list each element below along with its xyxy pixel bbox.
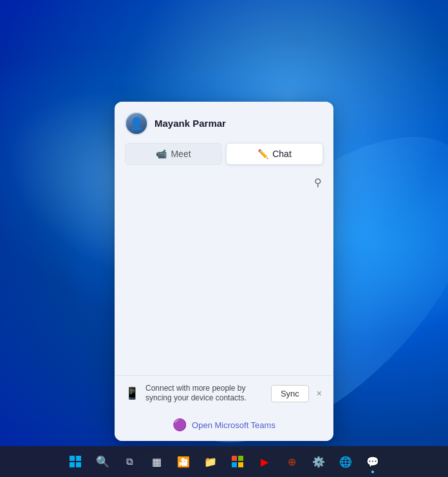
office-icon: ⊕ xyxy=(288,456,296,468)
folder-icon: 📁 xyxy=(204,456,217,468)
file-explorer-button[interactable]: 📁 xyxy=(198,449,223,474)
svg-rect-0 xyxy=(70,456,75,461)
taskbar: 🔍 ⧉ ▦ 🎦 📁 ▶ xyxy=(0,446,448,477)
svg-rect-1 xyxy=(76,456,81,461)
toggle-bar: 📹 Meet ✏️ Chat xyxy=(115,143,333,173)
network-button[interactable]: 🌐 xyxy=(333,449,359,474)
video-icon: 📹 xyxy=(156,149,167,159)
chat-panel: Mayank Parmar 📹 Meet ✏️ Chat ⚲ 📱 Connect… xyxy=(115,102,333,441)
svg-rect-6 xyxy=(232,462,237,467)
youtube-button[interactable]: ▶ xyxy=(252,449,277,474)
content-area xyxy=(115,195,333,375)
teams-chat-button[interactable]: 💬 xyxy=(360,449,386,474)
store-icon xyxy=(232,456,243,467)
svg-rect-7 xyxy=(238,462,243,467)
panel-footer: 🟣 Open Microsoft Teams xyxy=(115,411,333,441)
task-view-button[interactable]: ⧉ xyxy=(117,449,142,474)
svg-rect-4 xyxy=(232,456,237,461)
search-icon: 🔍 xyxy=(96,455,109,469)
start-button[interactable] xyxy=(62,449,88,474)
teams-logo-icon: 🟣 xyxy=(173,418,187,432)
sync-text: Connect with more people by syncing your… xyxy=(145,384,265,404)
store-button[interactable] xyxy=(225,449,250,474)
settings-button[interactable]: ⚙️ xyxy=(306,449,331,474)
avatar-image xyxy=(126,113,147,134)
open-teams-link[interactable]: Open Microsoft Teams xyxy=(192,420,275,430)
sync-button[interactable]: Sync xyxy=(271,385,309,402)
avatar xyxy=(125,112,148,135)
settings-icon: ⚙️ xyxy=(312,456,325,468)
youtube-icon: ▶ xyxy=(261,456,268,468)
phone-icon: 📱 xyxy=(125,386,139,400)
search-icon: ⚲ xyxy=(314,177,322,188)
network-icon: 🌐 xyxy=(339,456,352,468)
svg-rect-5 xyxy=(238,456,243,461)
taskview-icon: ⧉ xyxy=(126,456,133,467)
svg-rect-2 xyxy=(70,462,75,467)
office-button[interactable]: ⊕ xyxy=(279,449,304,474)
taskbar-search-button[interactable]: 🔍 xyxy=(89,449,115,474)
sync-bar: 📱 Connect with more people by syncing yo… xyxy=(115,375,333,411)
chat-button[interactable]: ✏️ Chat xyxy=(226,143,323,165)
windows-logo-icon xyxy=(70,456,81,467)
panel-header: Mayank Parmar xyxy=(115,102,333,143)
teams-video-button[interactable]: 🎦 xyxy=(171,449,196,474)
meet-button[interactable]: 📹 Meet xyxy=(125,143,222,165)
taskbar-center: 🔍 ⧉ ▦ 🎦 📁 ▶ xyxy=(62,449,386,474)
search-button[interactable]: ⚲ xyxy=(313,175,323,190)
search-row: ⚲ xyxy=(115,173,333,195)
user-name: Mayank Parmar xyxy=(154,118,226,129)
teams-chat-icon: 💬 xyxy=(366,456,379,468)
svg-rect-3 xyxy=(76,462,81,467)
chat-label: Chat xyxy=(272,149,292,159)
meet-label: Meet xyxy=(171,149,191,159)
teams-video-icon: 🎦 xyxy=(177,456,190,468)
chat-compose-icon: ✏️ xyxy=(257,149,268,159)
widgets-button[interactable]: ▦ xyxy=(144,449,169,474)
widgets-icon: ▦ xyxy=(152,456,162,468)
close-sync-button[interactable]: × xyxy=(315,388,323,398)
